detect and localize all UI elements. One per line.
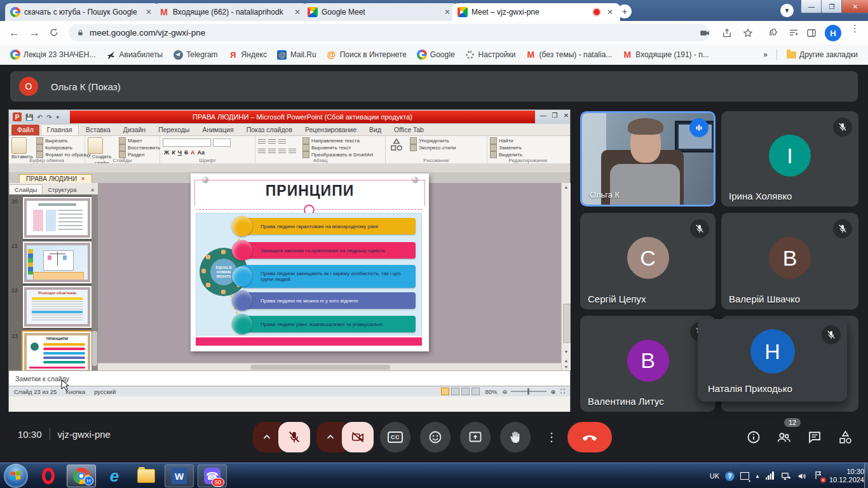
strikethrough-button[interactable]: S	[183, 149, 189, 156]
bookmarks-overflow-chevron[interactable]: »	[759, 48, 771, 61]
change-case-button[interactable]: Aa	[196, 149, 207, 156]
forward-button[interactable]: →	[29, 27, 40, 39]
back-button[interactable]: ←	[9, 27, 20, 39]
tab-close-icon[interactable]: ✕	[605, 7, 615, 17]
other-bookmarks-button[interactable]: Другие закладки	[782, 48, 862, 62]
tab-close-icon[interactable]: ✕	[292, 7, 302, 17]
more-options-kebab[interactable]: ⋮	[536, 422, 567, 452]
undo-icon[interactable]: ↶	[37, 114, 42, 121]
font-name-select[interactable]	[163, 139, 211, 147]
bold-button[interactable]: Ж	[163, 149, 170, 156]
bookmark-star-icon[interactable]	[742, 27, 754, 39]
zoom-in-button[interactable]: ⊕	[550, 388, 555, 395]
extensions-puzzle-icon[interactable]	[768, 27, 780, 39]
participant-tile-iryna[interactable]: І Ірина Холявко	[721, 111, 858, 207]
slide-thumbnail-23-selected[interactable]: ПРИНЦИПИ	[23, 332, 92, 374]
redo-icon[interactable]: ↷	[46, 114, 51, 121]
previous-slide-icon[interactable]: ▲	[562, 358, 571, 363]
align-center-icon[interactable]	[268, 149, 276, 154]
bookmark-item[interactable]: @Поиск в Интернете	[323, 48, 410, 62]
ppt-minimize-button[interactable]: —	[538, 112, 549, 119]
side-panel-icon[interactable]	[806, 27, 817, 39]
bookmark-item[interactable]: Авиабилеты	[102, 48, 167, 62]
bookmark-item[interactable]: @Mail.Ru	[273, 48, 320, 62]
save-icon[interactable]: 💾	[25, 114, 33, 121]
italic-button[interactable]: К	[170, 149, 177, 156]
sorter-view-button[interactable]	[451, 388, 459, 395]
bookmark-item[interactable]: M(без темы) - natalia...	[522, 48, 616, 62]
tab-close-icon[interactable]: ✕	[144, 7, 154, 17]
ribbon-tab-animation[interactable]: Анимация	[196, 125, 239, 135]
find-button[interactable]: Найти	[490, 137, 566, 144]
new-tab-button[interactable]: +	[618, 4, 632, 18]
browser-tab-active[interactable]: Meet – vjz-gwxi-pne ✕	[452, 3, 620, 21]
tab-search-button[interactable]: ▼	[780, 4, 794, 17]
ribbon-tab-insert[interactable]: Вставка	[80, 125, 116, 135]
start-button[interactable]	[4, 464, 28, 488]
notes-pane[interactable]: Заметки к слайду	[9, 370, 570, 386]
bookmark-item[interactable]: Настройки	[461, 48, 520, 62]
reading-view-button[interactable]	[461, 388, 470, 395]
slide-thumbnail-21[interactable]	[23, 241, 92, 283]
taskbar-viber-button[interactable]: ☎50	[198, 464, 227, 487]
share-icon[interactable]	[721, 27, 733, 39]
slide-thumbnail-20[interactable]	[23, 197, 92, 239]
language-indicator[interactable]: UK	[710, 472, 719, 480]
ribbon-tab-home[interactable]: Главная	[41, 124, 79, 135]
restore-window-tray-icon[interactable]: ▾	[740, 472, 749, 480]
arrange-button[interactable]: Упорядочить	[410, 137, 456, 144]
indent-icon[interactable]	[278, 139, 286, 145]
action-center-flag-icon[interactable]: ✕	[813, 470, 824, 482]
present-screen-button[interactable]	[460, 422, 491, 452]
reading-list-icon[interactable]	[788, 27, 799, 39]
bookmark-item[interactable]: Лекція 23 ЗНАЧЕН...	[6, 48, 100, 62]
scroll-up-icon[interactable]: ▲	[562, 183, 571, 189]
taskbar-chrome-button[interactable]: H	[67, 464, 96, 487]
cut-button[interactable]: Вырезать	[36, 137, 91, 144]
next-slide-icon[interactable]: ▼	[562, 365, 571, 369]
align-left-icon[interactable]	[258, 149, 266, 154]
shapes-gallery-icon[interactable]	[388, 137, 405, 152]
people-panel-icon[interactable]	[776, 430, 792, 445]
browser-tab-2[interactable]: M Входящие (662) - nataliaprihodk ✕	[154, 3, 308, 21]
chat-panel-icon[interactable]	[807, 430, 822, 445]
fit-to-window-button[interactable]: ⛶	[560, 388, 565, 395]
meeting-details-icon[interactable]	[746, 430, 761, 445]
zoom-out-button[interactable]: ⊖	[502, 388, 507, 395]
align-text-button[interactable]: Выровнять текст	[302, 144, 373, 151]
speaker-icon[interactable]	[797, 471, 808, 482]
tab-close-icon[interactable]: ✕	[442, 7, 452, 17]
address-bar[interactable]: meet.google.com/vjz-gwxi-pne	[69, 24, 710, 41]
participant-tile-serhii[interactable]: С Сергій Цепух	[580, 213, 715, 309]
qat-dropdown-icon[interactable]: ▼	[55, 115, 60, 119]
paste-icon[interactable]	[11, 137, 27, 154]
show-desktop-button[interactable]	[864, 463, 868, 488]
browser-tab-3[interactable]: Google Meet ✕	[302, 3, 458, 21]
mic-options-chevron[interactable]	[253, 422, 281, 452]
bookmark-item[interactable]: Google	[413, 48, 459, 62]
ppt-restore-button[interactable]: ❐	[549, 112, 560, 119]
replace-button[interactable]: Заменить	[490, 144, 566, 151]
reset-button[interactable]: Восстановить	[119, 144, 160, 151]
participant-tile-nataliia-floating[interactable]: Н Наталія Приходько	[698, 319, 847, 402]
panel-tab-outline[interactable]: Структура	[43, 185, 81, 194]
underline-button[interactable]: Ч	[177, 149, 183, 156]
scroll-down-icon[interactable]: ▼	[562, 349, 571, 354]
doc-tab-close-icon[interactable]: ✕	[81, 176, 85, 182]
ribbon-tab-file[interactable]: Файл	[11, 125, 39, 135]
justify-icon[interactable]	[288, 149, 296, 154]
quick-styles-button[interactable]: Экспресс-стили	[410, 144, 456, 151]
copy-button[interactable]: Копировать	[36, 144, 91, 151]
ribbon-tab-transitions[interactable]: Переходы	[153, 125, 195, 135]
vertical-scrollbar[interactable]: ▲ ▼ ▲ ▼	[561, 183, 571, 370]
ribbon-tab-review[interactable]: Рецензирование	[299, 125, 362, 135]
window-minimize-button[interactable]: —	[801, 0, 822, 13]
raise-hand-button[interactable]	[500, 422, 531, 452]
ribbon-tab-officetab[interactable]: Office Tab	[388, 125, 430, 135]
panel-close-icon[interactable]: ✕	[87, 186, 98, 194]
browser-tab-1[interactable]: скачать с ютуба - Пошук Google ✕	[5, 3, 159, 21]
slide-thumbnail-22[interactable]: Розподіл обов'язків	[23, 286, 92, 328]
activities-icon[interactable]	[837, 430, 853, 445]
signal-bars-icon[interactable]	[766, 471, 775, 481]
ppt-close-button[interactable]: ✕	[560, 112, 572, 119]
